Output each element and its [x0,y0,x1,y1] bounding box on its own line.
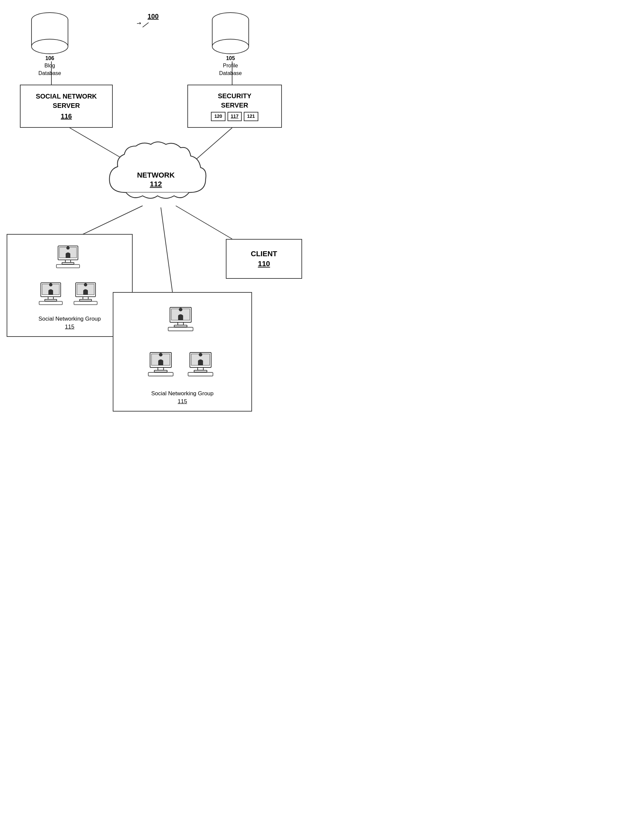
computer-bottom-row-2 [146,352,219,377]
svg-rect-46 [148,372,173,376]
security-id-117: 117 [227,112,242,121]
group-2-label: Social Networking Group [151,390,214,397]
svg-point-12 [31,39,68,54]
computer-icon-4 [166,307,199,331]
svg-rect-27 [45,299,57,301]
svg-point-41 [179,308,182,311]
network-id: 112 [100,180,212,188]
diagram-arrow: ↙ [135,20,142,28]
social-group-2-box: Social Networking Group 115 [113,292,252,412]
svg-point-23 [66,246,70,250]
security-id-120: 120 [211,112,225,121]
svg-rect-38 [178,322,183,325]
client-box: CLIENT 110 [226,239,302,279]
svg-line-6 [161,208,172,292]
svg-point-53 [199,353,202,356]
svg-rect-21 [62,262,74,264]
blog-db-label: 106BlogDatabase [38,55,61,77]
computer-icon-3 [72,282,102,305]
svg-rect-40 [168,327,193,331]
svg-rect-50 [198,367,203,371]
computer-icon-6 [186,352,219,377]
group-1-computers [16,235,123,316]
network-cloud: NETWORK 112 [100,139,212,214]
computer-bottom-row [38,282,102,305]
svg-point-17 [212,39,249,54]
network-label: NETWORK [100,171,212,180]
computer-icon-1 [55,245,85,268]
profile-database: 105ProfileDatabase [210,10,250,77]
computer-top-2 [128,307,237,331]
social-network-server-box: SOCIAL NETWORKSERVER 116 [20,85,113,128]
svg-point-29 [49,283,53,287]
svg-rect-22 [56,265,80,268]
svg-rect-39 [174,325,187,326]
social-server-id: 116 [61,112,72,121]
group-2-id: 115 [178,398,187,405]
social-server-title: SOCIAL NETWORKSERVER [36,92,97,110]
diagram-number: 100 [148,13,159,20]
profile-db-label: 105ProfileDatabase [219,55,242,77]
profile-db-icon [210,10,250,56]
svg-rect-28 [39,301,62,305]
svg-rect-32 [83,297,88,299]
svg-point-35 [84,283,87,287]
blog-database: 106BlogDatabase [30,10,70,77]
svg-rect-51 [194,370,207,372]
security-server-box: SECURITYSERVER 120 117 121 [187,85,282,128]
security-id-121: 121 [244,112,258,121]
svg-rect-44 [158,367,163,371]
svg-line-7 [143,23,149,27]
svg-rect-52 [188,372,213,376]
client-title: CLIENT [251,250,277,258]
diagram: 100 ↙ 106BlogDatabase 105ProfileDatabase [0,0,322,420]
svg-rect-45 [154,370,167,372]
svg-rect-33 [80,299,92,301]
computer-icon-2 [38,282,67,305]
group-1-label: Social Networking Group [38,316,101,322]
computer-icon-5 [146,352,179,377]
svg-rect-26 [48,297,53,299]
group-2-computers [123,293,242,390]
client-id: 110 [258,260,270,268]
svg-rect-20 [65,260,71,262]
security-server-title: SECURITYSERVER [218,91,251,110]
svg-rect-34 [74,301,97,305]
security-server-ids: 120 117 121 [211,112,258,121]
group-1-id: 115 [65,324,74,330]
blog-db-icon [30,10,70,56]
computer-top [21,245,118,268]
svg-point-47 [159,353,163,356]
